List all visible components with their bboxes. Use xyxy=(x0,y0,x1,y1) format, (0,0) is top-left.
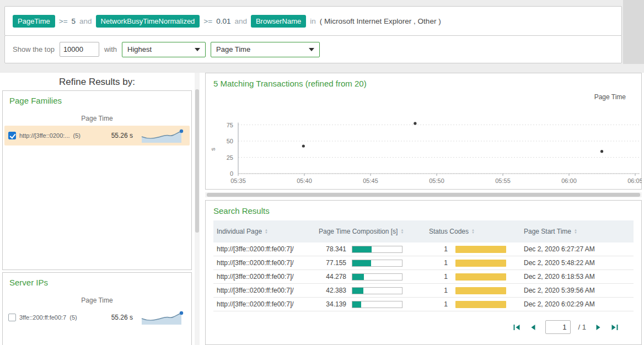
sort-icon[interactable] xyxy=(265,229,268,234)
server-ip-label: 3ffe::200:ff:fe00:7 xyxy=(19,314,66,321)
server-ip-checkbox[interactable] xyxy=(8,314,16,321)
sort-icon[interactable] xyxy=(574,229,577,234)
column-header-label: Page Start Time xyxy=(524,228,571,235)
column-header-label: Page Time Composition [s] xyxy=(319,228,398,235)
previous-page-button[interactable] xyxy=(529,323,538,332)
svg-text:75: 75 xyxy=(227,122,233,128)
individual-page-link[interactable]: http://[3ffe::0200:ff:fe00:7]/ xyxy=(217,259,294,267)
page-time-composition-bar xyxy=(352,287,402,294)
results-table: Individual Page Page Time Composition [s… xyxy=(213,220,634,311)
server-ip-value: 55.26 s xyxy=(111,314,133,321)
page-start-time: Dec 2, 2020 5:48:22 AM xyxy=(524,259,595,267)
chart-legend: Page Time xyxy=(594,93,626,101)
server-ip-row[interactable]: 3ffe::200:ff:fe00:7 (5) 55.26 s xyxy=(4,308,190,327)
top-n-input[interactable] xyxy=(60,42,99,57)
metric-select[interactable]: Page Time xyxy=(211,42,320,57)
status-codes-count: 1 xyxy=(429,287,448,294)
status-codes-bar xyxy=(455,246,506,253)
status-codes-count: 1 xyxy=(429,300,448,308)
svg-text:05:40: 05:40 xyxy=(297,177,312,184)
page-time-composition-bar xyxy=(352,246,402,253)
sparkline-chart xyxy=(141,310,186,325)
query-bar[interactable]: PageTime >= 5 and NetworkBusyTimeNormali… xyxy=(4,6,622,36)
table-row[interactable]: http://[3ffe::0200:ff:fe00:7]/ 44.278 1 … xyxy=(213,270,634,284)
query-field-pill[interactable]: BrowserName xyxy=(251,15,306,28)
table-row[interactable]: http://[3ffe::0200:ff:fe00:7]/ 77.155 1 … xyxy=(213,256,634,270)
page-family-label: http://[3ffe::0200:... xyxy=(19,132,70,139)
page-start-time: Dec 2, 2020 6:18:53 AM xyxy=(524,273,595,281)
page-time-composition-bar xyxy=(352,273,402,281)
column-header-page-time-composition: Page Time Composition [s] xyxy=(315,225,426,238)
next-page-button[interactable] xyxy=(594,323,603,332)
show-top-label: Show the top xyxy=(13,45,55,53)
page-start-time: Dec 2, 2020 5:39:56 AM xyxy=(524,287,595,294)
status-codes-bar xyxy=(455,301,506,308)
query-field-pill[interactable]: NetworkBusyTimeNormalized xyxy=(96,15,200,28)
svg-text:05:50: 05:50 xyxy=(429,177,444,184)
page-number-input[interactable] xyxy=(545,320,571,334)
header: PageTime >= 5 and NetworkBusyTimeNormali… xyxy=(0,0,644,73)
query-value: 5 xyxy=(72,17,76,25)
chevron-down-icon xyxy=(309,48,314,51)
status-codes-bar xyxy=(455,273,506,281)
column-header-status-codes: Status Codes xyxy=(426,225,520,238)
individual-page-link[interactable]: http://[3ffe::0200:ff:fe00:7]/ xyxy=(217,273,294,281)
page-separator: / xyxy=(578,323,581,331)
sidebar-scrollbar[interactable] xyxy=(195,73,200,345)
sidebar-scrollbar-thumb[interactable] xyxy=(195,89,199,233)
sort-icon[interactable] xyxy=(471,229,475,234)
server-ips-panel: Server IPs Page Time 3ffe::200:ff:fe00:7… xyxy=(2,272,192,345)
last-page-button[interactable] xyxy=(610,323,619,332)
with-label: with xyxy=(104,45,117,53)
page-time-value: 78.341 xyxy=(319,245,346,253)
table-row[interactable]: http://[3ffe::0200:ff:fe00:7]/ 78.341 1 … xyxy=(213,242,634,256)
page-time-value: 42.383 xyxy=(319,287,346,294)
svg-text:05:35: 05:35 xyxy=(230,177,246,184)
svg-text:06:00: 06:00 xyxy=(561,177,577,184)
individual-page-link[interactable]: http://[3ffe::0200:ff:fe00:7]/ xyxy=(217,300,294,308)
svg-text:05:45: 05:45 xyxy=(363,177,378,184)
query-operator: >= xyxy=(203,17,212,25)
transactions-chart: 025507505:3505:4005:4505:5005:5506:0006:… xyxy=(206,101,642,189)
page-time-value: 34.139 xyxy=(319,300,346,308)
status-codes-count: 1 xyxy=(429,245,448,253)
refine-title: Refine Results by: xyxy=(0,77,194,88)
individual-page-link[interactable]: http://[3ffe::0200:ff:fe00:7]/ xyxy=(217,287,294,294)
status-codes-count: 1 xyxy=(429,273,448,281)
chart-scrollbar[interactable] xyxy=(205,192,642,197)
chart-title: 5 Matching Transactions (refined from 20… xyxy=(206,73,641,88)
page-start-time: Dec 2, 2020 6:27:27 AM xyxy=(524,245,595,253)
transactions-chart-panel: 5 Matching Transactions (refined from 20… xyxy=(205,73,642,190)
content: Refine Results by: Page Families Page Ti… xyxy=(0,73,644,345)
search-results-panel: Search Results Individual Page Page Time… xyxy=(205,200,642,345)
svg-text:50: 50 xyxy=(227,138,233,144)
skip-to-last-icon xyxy=(611,324,619,331)
server-ip-count: (5) xyxy=(69,314,77,321)
query-field-pill[interactable]: PageTime xyxy=(13,15,55,28)
order-select[interactable]: Highest xyxy=(122,42,206,57)
page-start-time: Dec 2, 2020 6:02:29 AM xyxy=(524,300,595,308)
page-family-checkbox[interactable] xyxy=(8,132,16,139)
individual-page-link[interactable]: http://[3ffe::0200:ff:fe00:7]/ xyxy=(217,245,294,253)
composition-bar-fill xyxy=(352,274,364,280)
page-total: / 1 xyxy=(578,323,586,331)
query-operator: in xyxy=(310,17,316,25)
svg-text:s: s xyxy=(210,148,216,151)
svg-text:0: 0 xyxy=(230,170,233,177)
svg-text:06:05: 06:05 xyxy=(627,177,642,184)
column-header-page-start-time: Page Start Time xyxy=(520,225,634,238)
refine-sidebar: Refine Results by: Page Families Page Ti… xyxy=(0,73,194,345)
column-header-individual-page: Individual Page xyxy=(213,225,315,238)
pagination: / 1 xyxy=(206,320,619,334)
table-row[interactable]: http://[3ffe::0200:ff:fe00:7]/ 42.383 1 … xyxy=(213,284,634,298)
header-gray-filler xyxy=(623,0,644,64)
status-codes-count: 1 xyxy=(429,259,448,267)
page-family-row[interactable]: http://[3ffe::0200:... (5) 55.26 s xyxy=(4,126,190,145)
sort-icon[interactable] xyxy=(400,229,404,234)
page-family-value: 55.26 s xyxy=(111,132,133,139)
first-page-button[interactable] xyxy=(512,323,521,332)
table-row[interactable]: http://[3ffe::0200:ff:fe00:7]/ 34.139 1 … xyxy=(213,298,634,311)
page-time-composition-bar xyxy=(352,301,402,308)
chart-scrollbar-thumb[interactable] xyxy=(207,193,640,197)
previous-icon xyxy=(529,324,537,331)
